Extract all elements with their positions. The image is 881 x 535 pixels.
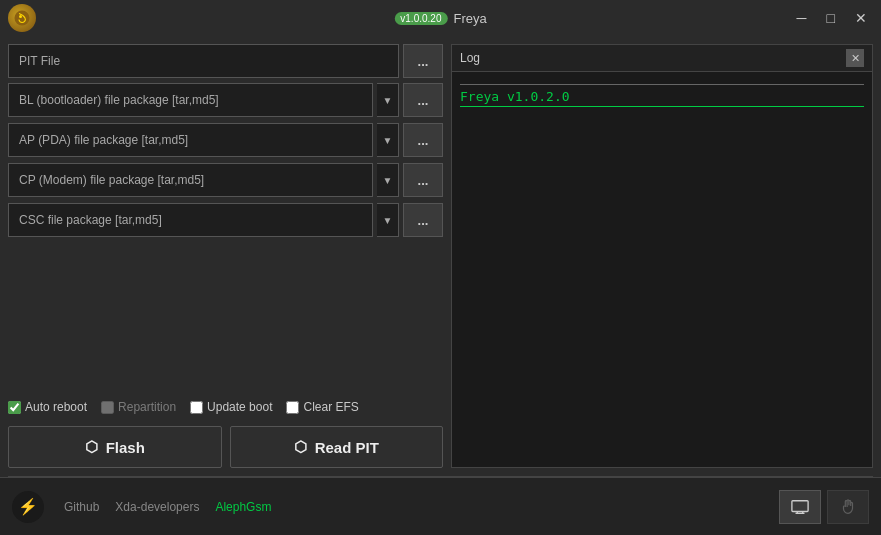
titlebar-left — [8, 4, 36, 32]
maximize-button[interactable]: □ — [821, 9, 841, 27]
titlebar: v1.0.0.20 Freya ─ □ ✕ — [0, 0, 881, 36]
repartition-checkbox[interactable] — [101, 401, 114, 414]
svg-point-1 — [19, 15, 22, 18]
auto-reboot-option[interactable]: Auto reboot — [8, 400, 87, 414]
main-content: PIT File ... BL (bootloader) file packag… — [0, 36, 881, 476]
svg-point-0 — [15, 11, 30, 26]
log-body: Freya v1.0.2.0 — [452, 72, 872, 467]
pit-file-label: PIT File — [8, 44, 399, 78]
cp-file-row: CP (Modem) file package [tar,md5] ▼ ... — [8, 162, 443, 198]
bl-browse-button[interactable]: ... — [403, 83, 443, 117]
log-separator-green — [460, 106, 864, 107]
flash-button[interactable]: ⬡ Flash — [8, 426, 222, 468]
titlebar-center: v1.0.0.20 Freya — [394, 11, 486, 26]
clear-efs-checkbox[interactable] — [286, 401, 299, 414]
bl-file-label: BL (bootloader) file package [tar,md5] — [8, 83, 373, 117]
bottom-bar: ⚡ Github Xda-developers AlephGsm — [0, 477, 881, 535]
titlebar-controls: ─ □ ✕ — [791, 9, 873, 27]
flash-label: Flash — [106, 439, 145, 456]
bl-file-row: BL (bootloader) file package [tar,md5] ▼… — [8, 82, 443, 118]
update-boot-checkbox[interactable] — [190, 401, 203, 414]
left-panel: PIT File ... BL (bootloader) file packag… — [8, 44, 443, 468]
pit-browse-button[interactable]: ... — [403, 44, 443, 78]
screen-icon — [791, 499, 809, 515]
log-container: Log ✕ Freya v1.0.2.0 — [451, 44, 873, 468]
read-pit-icon: ⬡ — [294, 438, 307, 456]
cp-browse-button[interactable]: ... — [403, 163, 443, 197]
screen-button[interactable] — [779, 490, 821, 524]
read-pit-label: Read PIT — [315, 439, 379, 456]
bottom-link-github[interactable]: Github — [56, 496, 107, 518]
minimize-button[interactable]: ─ — [791, 9, 813, 27]
right-panel: Log ✕ Freya v1.0.2.0 — [451, 44, 873, 468]
csc-dropdown-arrow[interactable]: ▼ — [377, 203, 399, 237]
bottom-right-buttons — [779, 490, 869, 524]
hand-icon — [840, 498, 856, 516]
thunder-icon: ⚡ — [12, 491, 44, 523]
csc-file-row: CSC file package [tar,md5] ▼ ... — [8, 202, 443, 238]
action-row: ⬡ Flash ⬡ Read PIT — [8, 426, 443, 468]
log-header: Log ✕ — [452, 45, 872, 72]
read-pit-button[interactable]: ⬡ Read PIT — [230, 426, 444, 468]
cp-dropdown-arrow[interactable]: ▼ — [377, 163, 399, 197]
app-logo — [8, 4, 36, 32]
log-title: Log — [460, 51, 480, 65]
ap-file-label: AP (PDA) file package [tar,md5] — [8, 123, 373, 157]
bl-dropdown-arrow[interactable]: ▼ — [377, 83, 399, 117]
csc-browse-button[interactable]: ... — [403, 203, 443, 237]
cp-file-label: CP (Modem) file package [tar,md5] — [8, 163, 373, 197]
clear-efs-option[interactable]: Clear EFS — [286, 400, 358, 414]
clear-efs-label: Clear EFS — [303, 400, 358, 414]
version-badge: v1.0.0.20 — [394, 12, 447, 25]
ap-dropdown-arrow[interactable]: ▼ — [377, 123, 399, 157]
bottom-link-xda[interactable]: Xda-developers — [107, 496, 207, 518]
repartition-label: Repartition — [118, 400, 176, 414]
log-close-button[interactable]: ✕ — [846, 49, 864, 67]
log-separator-top — [460, 84, 864, 85]
pit-file-row: PIT File ... — [8, 44, 443, 78]
ap-browse-button[interactable]: ... — [403, 123, 443, 157]
auto-reboot-checkbox[interactable] — [8, 401, 21, 414]
bottom-links: Github Xda-developers AlephGsm — [56, 496, 767, 518]
update-boot-label: Update boot — [207, 400, 272, 414]
auto-reboot-label: Auto reboot — [25, 400, 87, 414]
close-button[interactable]: ✕ — [849, 9, 873, 27]
hand-button[interactable] — [827, 490, 869, 524]
update-boot-option[interactable]: Update boot — [190, 400, 272, 414]
flash-icon: ⬡ — [85, 438, 98, 456]
bottom-link-alephgsm[interactable]: AlephGsm — [207, 496, 279, 518]
ap-file-row: AP (PDA) file package [tar,md5] ▼ ... — [8, 122, 443, 158]
log-version-text: Freya v1.0.2.0 — [460, 89, 864, 104]
csc-file-label: CSC file package [tar,md5] — [8, 203, 373, 237]
options-row: Auto reboot Repartition Update boot Clea… — [8, 400, 443, 414]
app-title: Freya — [453, 11, 486, 26]
svg-rect-2 — [792, 500, 808, 511]
repartition-option[interactable]: Repartition — [101, 400, 176, 414]
